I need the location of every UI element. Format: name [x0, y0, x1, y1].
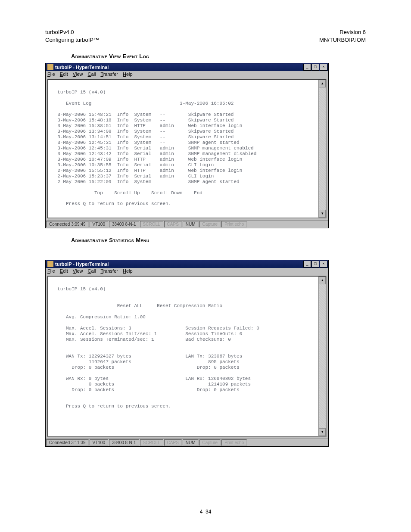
status-emulation: VT100 — [90, 221, 108, 227]
page-header: turboIPv4.0 Configuring turboIP™ Revisio… — [45, 28, 366, 44]
maximize-button[interactable]: □ — [311, 261, 319, 268]
statusbar: Connected 3:11:39 VT100 38400 8-N-1 SCRO… — [46, 439, 328, 446]
menu-file[interactable]: File — [47, 268, 55, 274]
menu-help[interactable]: Help — [123, 72, 133, 77]
hdr-right-2: MN/TURBOIP.IOM — [319, 36, 366, 44]
menubar: File Edit View Call Transfer Help — [46, 268, 328, 274]
menu-call[interactable]: Call — [88, 72, 96, 77]
hdr-left-1: turboIPv4.0 — [45, 28, 99, 36]
minimize-button[interactable]: _ — [303, 64, 311, 71]
status-printecho: Print echo — [221, 439, 247, 446]
caption-statistics: Administrative Statistics Menu — [71, 237, 366, 243]
status-connected: Connected 3:11:39 — [46, 439, 89, 446]
status-num: NUM — [183, 221, 199, 227]
status-num: NUM — [183, 439, 199, 446]
status-scroll: SCROLL — [140, 439, 163, 446]
menu-file[interactable]: File — [47, 72, 55, 77]
minimize-button[interactable]: _ — [303, 261, 311, 268]
status-caps: CAPS — [164, 221, 182, 227]
scroll-track[interactable] — [319, 284, 326, 428]
scroll-track[interactable] — [319, 87, 326, 210]
status-config: 38400 8-N-1 — [109, 439, 139, 446]
maximize-button[interactable]: □ — [311, 64, 319, 71]
menubar: File Edit View Call Transfer Help — [46, 71, 328, 77]
hdr-left-2: Configuring turboIP™ — [45, 36, 99, 44]
menu-help[interactable]: Help — [123, 268, 133, 274]
window-title: turboIP - HyperTerminal — [55, 261, 303, 267]
menu-view[interactable]: View — [73, 72, 83, 77]
status-scroll: SCROLL — [140, 221, 163, 227]
menu-edit[interactable]: Edit — [60, 268, 68, 274]
scrollbar[interactable]: ▴ ▾ — [318, 277, 326, 436]
status-caps: CAPS — [164, 439, 182, 446]
status-config: 38400 8-N-1 — [109, 221, 139, 227]
scrollbar[interactable]: ▴ ▾ — [318, 80, 326, 218]
scroll-up-icon[interactable]: ▴ — [319, 277, 326, 284]
terminal-eventlog[interactable]: turboIP 15 (v4.0) Event Log 3-May-2006 1… — [48, 80, 318, 218]
status-emulation: VT100 — [90, 439, 108, 446]
window-title: turboIP - HyperTerminal — [55, 65, 303, 70]
hyperterminal-window-stats: turboIP - HyperTerminal _ □ × File Edit … — [45, 260, 329, 447]
menu-transfer[interactable]: Transfer — [100, 268, 118, 274]
hyperterminal-window-eventlog: turboIP - HyperTerminal _ □ × File Edit … — [45, 63, 329, 228]
app-icon — [47, 64, 53, 70]
status-capture: Capture — [199, 439, 221, 446]
statusbar: Connected 3:09:49 VT100 38400 8-N-1 SCRO… — [46, 220, 328, 228]
scroll-down-icon[interactable]: ▾ — [319, 428, 326, 436]
close-button[interactable]: × — [320, 261, 327, 268]
terminal-stats[interactable]: turboIP 15 (v4.0) Reset ALL Reset Compre… — [48, 277, 318, 436]
titlebar: turboIP - HyperTerminal _ □ × — [46, 63, 328, 71]
scroll-up-icon[interactable]: ▴ — [319, 80, 326, 87]
status-printecho: Print echo — [221, 221, 247, 227]
status-connected: Connected 3:09:49 — [46, 221, 89, 227]
scroll-down-icon[interactable]: ▾ — [319, 210, 326, 218]
menu-edit[interactable]: Edit — [60, 72, 68, 77]
hdr-right-1: Revision 6 — [319, 28, 366, 36]
status-capture: Capture — [199, 221, 221, 227]
menu-view[interactable]: View — [73, 268, 83, 274]
titlebar: turboIP - HyperTerminal _ □ × — [46, 260, 328, 268]
menu-call[interactable]: Call — [88, 268, 96, 274]
menu-transfer[interactable]: Transfer — [100, 72, 118, 77]
app-icon — [47, 261, 53, 267]
page-number: 4–34 — [0, 509, 411, 515]
close-button[interactable]: × — [320, 64, 327, 71]
caption-event-log: Administrative View Event Log — [71, 53, 366, 59]
